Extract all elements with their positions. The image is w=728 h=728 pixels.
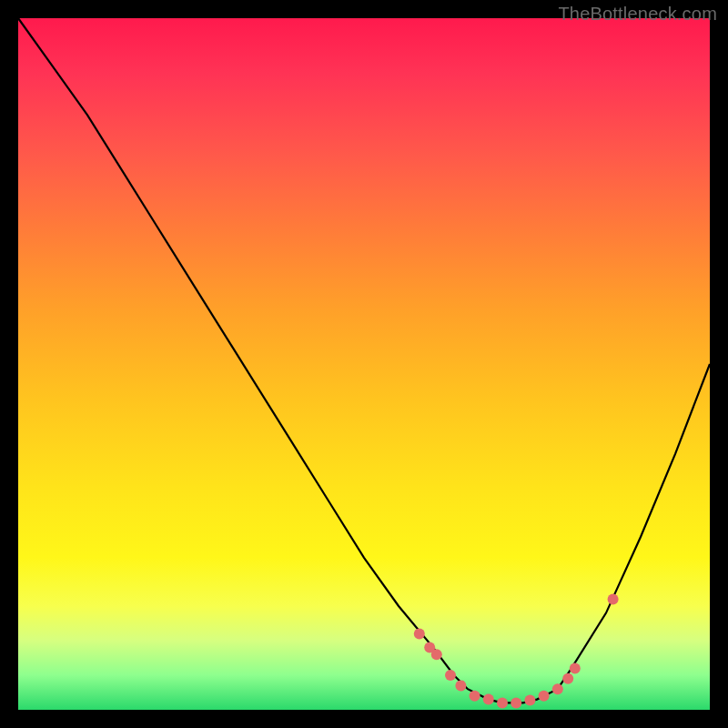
marker-dot [539,691,550,702]
marker-dots-group [414,593,619,708]
marker-dot [524,694,535,705]
marker-dot [470,691,480,702]
marker-dot [483,694,494,705]
marker-dot [455,680,466,691]
marker-dot [562,673,573,684]
marker-dot [552,683,563,694]
bottleneck-curve [18,18,710,703]
marker-dot [414,628,425,639]
watermark-text: TheBottleneck.com [558,4,717,25]
chart-svg [18,18,710,710]
marker-dot [445,670,456,681]
marker-dot [608,593,619,604]
marker-dot [570,662,581,673]
marker-dot [431,649,442,660]
chart-plot-area [18,18,710,710]
marker-dot [497,697,508,708]
marker-dot [511,697,521,708]
